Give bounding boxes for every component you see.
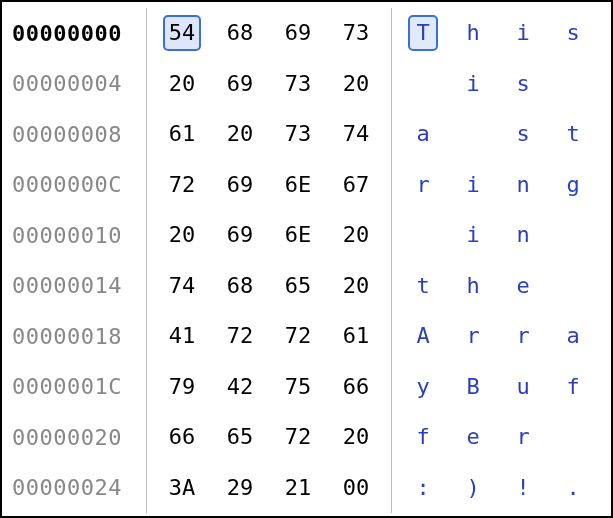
hex-byte[interactable]: 61 — [327, 320, 385, 352]
hex-byte[interactable]: 67 — [327, 169, 385, 201]
ascii-char[interactable]: s — [548, 17, 598, 49]
hex-byte[interactable]: 65 — [269, 270, 327, 302]
ascii-char[interactable]: n — [498, 169, 548, 201]
hex-byte[interactable]: 6E — [269, 169, 327, 201]
ascii-char[interactable]: s — [498, 68, 548, 100]
hex-byte[interactable]: 6E — [269, 219, 327, 251]
hex-byte[interactable]: 20 — [327, 270, 385, 302]
hex-byte[interactable]: 73 — [269, 118, 327, 150]
column-separator — [391, 311, 392, 362]
ascii-char[interactable]: t — [398, 270, 448, 302]
ascii-char[interactable]: n — [498, 219, 548, 251]
hex-byte[interactable]: 20 — [153, 68, 211, 100]
hex-byte[interactable]: 20 — [327, 421, 385, 453]
hex-byte[interactable]: 00 — [327, 472, 385, 504]
ascii-char[interactable]: t — [548, 118, 598, 150]
column-separator — [146, 261, 147, 312]
ascii-char[interactable] — [398, 219, 448, 251]
ascii-char[interactable]: : — [398, 472, 448, 504]
ascii-char[interactable]: a — [398, 118, 448, 150]
hex-byte[interactable]: 65 — [211, 421, 269, 453]
hex-byte[interactable]: 21 — [269, 472, 327, 504]
hex-byte[interactable]: 20 — [327, 68, 385, 100]
ascii-char[interactable]: T — [398, 17, 448, 49]
offset-cell[interactable]: 00000010 — [12, 223, 140, 248]
ascii-char[interactable]: g — [548, 169, 598, 201]
offset-cell[interactable]: 00000014 — [12, 273, 140, 298]
hex-row: 00000014 74 68 65 20 t h e — [2, 261, 611, 312]
ascii-char[interactable] — [398, 68, 448, 100]
ascii-char[interactable]: h — [448, 17, 498, 49]
offset-cell[interactable]: 00000018 — [12, 324, 140, 349]
hex-byte[interactable]: 20 — [211, 118, 269, 150]
ascii-char[interactable]: i — [448, 169, 498, 201]
hex-byte[interactable]: 73 — [269, 68, 327, 100]
hex-byte[interactable]: 69 — [211, 169, 269, 201]
ascii-char[interactable] — [548, 270, 598, 302]
offset-cell[interactable]: 00000000 — [12, 21, 140, 46]
offset-cell[interactable]: 00000008 — [12, 122, 140, 147]
hex-byte[interactable]: 73 — [327, 17, 385, 49]
ascii-char[interactable]: r — [498, 421, 548, 453]
hex-byte[interactable]: 66 — [327, 371, 385, 403]
hex-byte[interactable]: 72 — [153, 169, 211, 201]
hex-byte[interactable]: 69 — [211, 68, 269, 100]
ascii-char[interactable]: s — [498, 118, 548, 150]
offset-cell[interactable]: 0000000C — [12, 172, 140, 197]
hex-byte[interactable]: 68 — [211, 17, 269, 49]
hex-viewer: 00000000 54 68 69 73 T h i s 00000004 20… — [0, 0, 613, 518]
column-separator — [391, 160, 392, 211]
hex-byte[interactable]: 20 — [153, 219, 211, 251]
ascii-char[interactable]: h — [448, 270, 498, 302]
hex-byte[interactable]: 41 — [153, 320, 211, 352]
offset-cell[interactable]: 00000024 — [12, 475, 140, 500]
hex-byte[interactable]: 66 — [153, 421, 211, 453]
hex-byte[interactable]: 61 — [153, 118, 211, 150]
hex-byte[interactable]: 74 — [153, 270, 211, 302]
ascii-char[interactable]: A — [398, 320, 448, 352]
ascii-char[interactable]: ! — [498, 472, 548, 504]
ascii-char[interactable] — [548, 219, 598, 251]
ascii-char[interactable]: y — [398, 371, 448, 403]
column-separator — [146, 8, 147, 59]
hex-byte[interactable]: 69 — [211, 219, 269, 251]
ascii-char[interactable] — [548, 421, 598, 453]
ascii-char[interactable]: a — [548, 320, 598, 352]
ascii-char[interactable]: i — [498, 17, 548, 49]
ascii-char[interactable]: B — [448, 371, 498, 403]
hex-byte[interactable]: 72 — [211, 320, 269, 352]
hex-byte[interactable]: 29 — [211, 472, 269, 504]
hex-row: 00000010 20 69 6E 20 i n — [2, 210, 611, 261]
ascii-char[interactable]: . — [548, 472, 598, 504]
ascii-char[interactable] — [548, 68, 598, 100]
hex-byte[interactable]: 74 — [327, 118, 385, 150]
hex-byte[interactable]: 79 — [153, 371, 211, 403]
ascii-char[interactable]: ) — [448, 472, 498, 504]
hex-byte[interactable]: 69 — [269, 17, 327, 49]
ascii-char[interactable]: f — [398, 421, 448, 453]
hex-byte[interactable]: 54 — [153, 17, 211, 49]
hex-byte[interactable]: 20 — [327, 219, 385, 251]
column-separator — [391, 261, 392, 312]
ascii-char[interactable]: e — [498, 270, 548, 302]
offset-cell[interactable]: 00000020 — [12, 425, 140, 450]
hex-byte[interactable]: 72 — [269, 320, 327, 352]
ascii-char[interactable]: i — [448, 68, 498, 100]
hex-byte[interactable]: 75 — [269, 371, 327, 403]
ascii-char[interactable]: u — [498, 371, 548, 403]
ascii-char[interactable]: r — [498, 320, 548, 352]
ascii-char[interactable]: i — [448, 219, 498, 251]
hex-row: 00000024 3A 29 21 00 : ) ! . — [2, 463, 611, 514]
offset-cell[interactable]: 0000001C — [12, 374, 140, 399]
ascii-char[interactable]: f — [548, 371, 598, 403]
ascii-char[interactable] — [448, 118, 498, 150]
hex-byte[interactable]: 68 — [211, 270, 269, 302]
ascii-char[interactable]: e — [448, 421, 498, 453]
hex-byte[interactable]: 42 — [211, 371, 269, 403]
offset-cell[interactable]: 00000004 — [12, 71, 140, 96]
column-separator — [146, 412, 147, 463]
ascii-char[interactable]: r — [448, 320, 498, 352]
ascii-char[interactable]: r — [398, 169, 448, 201]
hex-byte[interactable]: 3A — [153, 472, 211, 504]
hex-byte[interactable]: 72 — [269, 421, 327, 453]
